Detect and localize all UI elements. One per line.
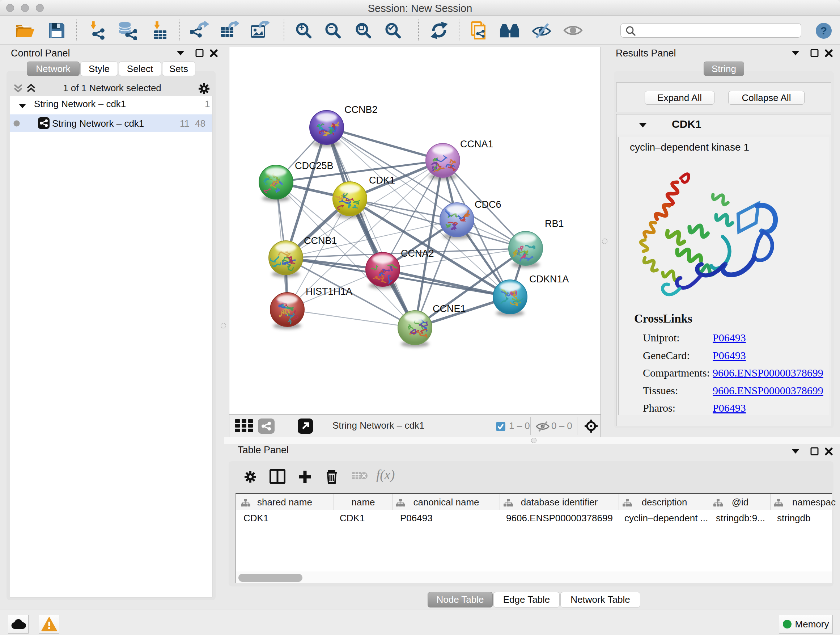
svg-text:?: ? <box>821 25 827 36</box>
svg-text:CCNA2: CCNA2 <box>401 248 434 259</box>
svg-text:CCNA1: CCNA1 <box>460 139 493 149</box>
svg-text:CCNB2: CCNB2 <box>344 104 378 115</box>
svg-text:CDK1: CDK1 <box>369 175 395 186</box>
svg-text:HIST1H1A: HIST1H1A <box>306 286 352 297</box>
svg-text:CDKN1A: CDKN1A <box>529 274 569 285</box>
svg-text:CCNB1: CCNB1 <box>304 235 337 246</box>
svg-text:CCNE1: CCNE1 <box>433 303 466 314</box>
svg-text:RB1: RB1 <box>545 218 564 229</box>
svg-text:CDC25B: CDC25B <box>295 160 333 171</box>
svg-text:CDC6: CDC6 <box>475 199 501 210</box>
